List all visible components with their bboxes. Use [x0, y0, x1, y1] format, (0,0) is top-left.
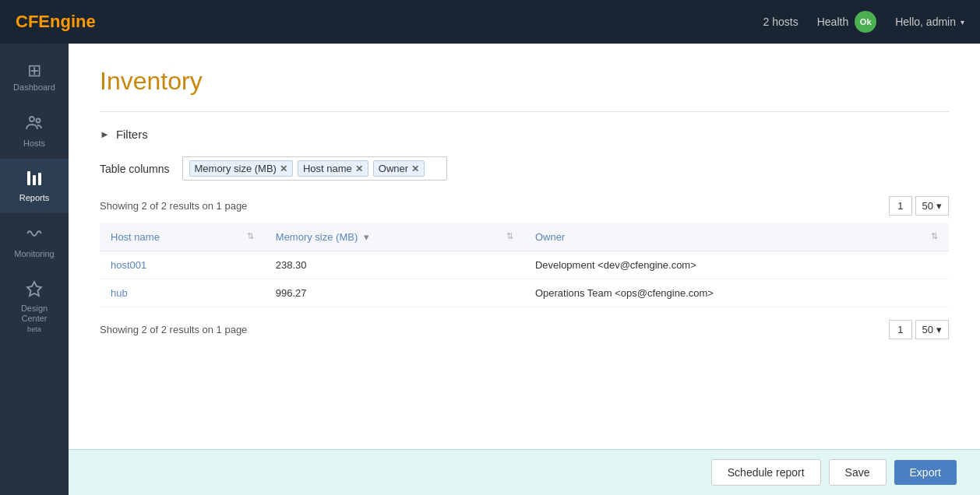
cell-hostname-0: host001 [100, 251, 265, 279]
sidebar-label-dashboard: Dashboard [13, 82, 55, 92]
results-text-top: Showing 2 of 2 results on 1 page [100, 200, 247, 212]
page-title: Inventory [100, 67, 949, 96]
sidebar-label-monitoring: Monitoring [14, 249, 54, 258]
export-button[interactable]: Export [894, 460, 957, 485]
table-columns-row: Table columns Memory size (MB) ✕ Host na… [100, 156, 949, 181]
sidebar: ⊞ Dashboard Hosts Reports Monitoring D [0, 44, 69, 495]
col-resize-icon-hostname: ⇅ [247, 231, 254, 241]
main-content: Inventory ► Filters Table columns Memory… [69, 44, 980, 495]
results-info-top: Showing 2 of 2 results on 1 page 1 50 ▾ [100, 196, 949, 216]
user-menu[interactable]: Hello, admin ▾ [895, 16, 964, 28]
pagination-top: 1 50 ▾ [889, 196, 949, 216]
table-columns-label: Table columns [100, 163, 170, 175]
table-row: hub 996.27 Operations Team <ops@cfengine… [100, 279, 949, 307]
sidebar-label-hosts: Hosts [23, 139, 45, 148]
pagination-bottom: 1 50 ▾ [889, 320, 949, 339]
logo-engine: Engine [38, 12, 95, 31]
filters-chevron-icon: ► [100, 128, 110, 140]
hosts-icon [25, 114, 44, 135]
cell-owner-1: Operations Team <ops@cfengine.com> [524, 279, 949, 307]
th-owner[interactable]: Owner ⇅ [524, 223, 949, 251]
chip-hostname: Host name ✕ [298, 160, 368, 177]
health-label: Health [817, 16, 848, 28]
svg-marker-5 [27, 282, 41, 296]
health-status: Ok [860, 17, 872, 26]
health-badge: Ok [855, 11, 876, 33]
sidebar-item-dashboard[interactable]: ⊞ Dashboard [0, 51, 69, 103]
bottom-bar: Schedule report Save Export [69, 449, 980, 495]
th-hostname-label: Host name [111, 231, 160, 243]
sidebar-item-hosts[interactable]: Hosts [0, 103, 69, 159]
host-link-0[interactable]: host001 [111, 259, 146, 271]
chip-memory: Memory size (MB) ✕ [189, 160, 293, 177]
page-number-bottom[interactable]: 1 [889, 320, 911, 339]
app-logo[interactable]: CFEngine [16, 12, 96, 32]
col-resize-icon-owner: ⇅ [931, 231, 938, 241]
chip-memory-label: Memory size (MB) [195, 163, 277, 174]
dashboard-icon: ⊞ [27, 62, 41, 79]
title-divider [100, 111, 949, 112]
page-size-bottom[interactable]: 50 ▾ [915, 320, 949, 339]
results-text-bottom: Showing 2 of 2 results on 1 page [100, 324, 247, 335]
chip-hostname-label: Host name [303, 163, 352, 174]
th-owner-label: Owner [535, 231, 565, 243]
cell-memory-0: 238.30 [265, 251, 524, 279]
results-info-bottom: Showing 2 of 2 results on 1 page 1 50 ▾ [100, 320, 949, 339]
cell-hostname-1: hub [100, 279, 265, 307]
chip-owner-close[interactable]: ✕ [411, 163, 419, 174]
sort-icon-memory: ▾ [364, 231, 369, 243]
monitoring-icon [25, 224, 44, 246]
svg-rect-2 [27, 171, 30, 185]
page-size-bottom-chevron-icon: ▾ [936, 324, 942, 335]
top-navigation: CFEngine 2 hosts Health Ok Hello, admin … [0, 0, 980, 44]
cell-owner-0: Development <dev@cfengine.com> [524, 251, 949, 279]
table-row: host001 238.30 Development <dev@cfengine… [100, 251, 949, 279]
chevron-down-icon: ▾ [961, 18, 964, 26]
schedule-report-button[interactable]: Schedule report [711, 459, 821, 486]
topnav-right: 2 hosts Health Ok Hello, admin ▾ [763, 11, 964, 33]
chip-hostname-close[interactable]: ✕ [355, 163, 363, 174]
filters-toggle[interactable]: ► Filters [100, 128, 949, 141]
svg-rect-4 [38, 173, 41, 185]
sidebar-label-design-center: Design Centerbeta [8, 304, 61, 335]
user-label: Hello, admin [895, 16, 956, 28]
th-memory[interactable]: Memory size (MB) ▾ ⇅ [265, 223, 524, 251]
table-header-row: Host name ⇅ Memory size (MB) ▾ ⇅ Owner ⇅ [100, 223, 949, 251]
hosts-count: 2 hosts [763, 16, 798, 28]
cell-memory-1: 996.27 [265, 279, 524, 307]
logo-cf: CF [16, 12, 38, 31]
sidebar-item-design-center[interactable]: Design Centerbeta [0, 269, 69, 346]
design-center-icon [26, 280, 43, 300]
page-size-chevron-icon: ▾ [936, 200, 942, 212]
sidebar-label-reports: Reports [19, 193, 50, 202]
chip-owner: Owner ✕ [373, 160, 425, 177]
svg-point-0 [30, 117, 34, 121]
reports-icon [26, 170, 43, 190]
th-hostname[interactable]: Host name ⇅ [100, 223, 265, 251]
filters-label: Filters [116, 128, 148, 141]
tag-chips-container[interactable]: Memory size (MB) ✕ Host name ✕ Owner ✕ [182, 156, 447, 181]
host-link-1[interactable]: hub [111, 287, 128, 299]
col-resize-icon-memory: ⇅ [506, 231, 513, 241]
page-size-top[interactable]: 50 ▾ [915, 196, 949, 216]
health-section[interactable]: Health Ok [817, 11, 876, 33]
svg-rect-3 [33, 175, 36, 185]
chip-memory-close[interactable]: ✕ [280, 163, 287, 174]
page-number-top[interactable]: 1 [889, 196, 911, 216]
sidebar-item-reports[interactable]: Reports [0, 159, 69, 213]
layout: ⊞ Dashboard Hosts Reports Monitoring D [0, 44, 980, 495]
data-table: Host name ⇅ Memory size (MB) ▾ ⇅ Owner ⇅ [100, 223, 949, 307]
chip-owner-label: Owner [379, 163, 408, 174]
save-button[interactable]: Save [829, 459, 887, 486]
svg-point-1 [37, 119, 41, 123]
th-memory-label: Memory size (MB) [276, 231, 358, 243]
sidebar-item-monitoring[interactable]: Monitoring [0, 213, 69, 269]
